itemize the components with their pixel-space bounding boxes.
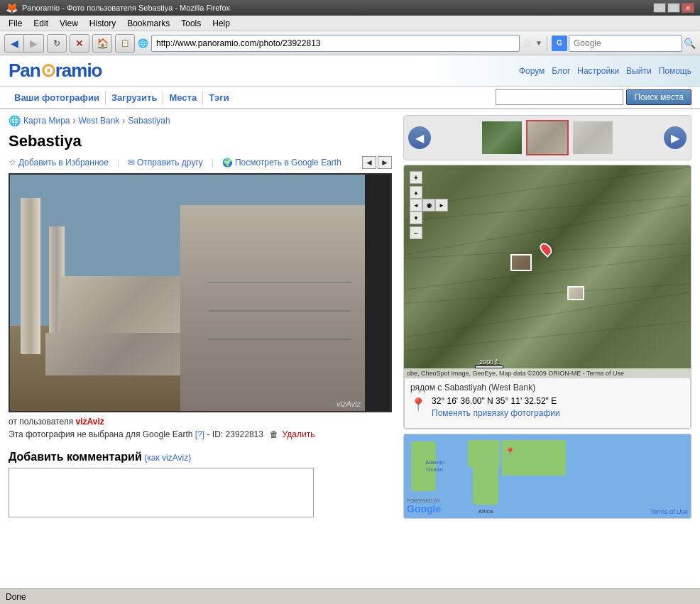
- maximize-button[interactable]: □: [667, 3, 680, 13]
- search-submit-icon[interactable]: 🔍: [684, 38, 696, 49]
- right-column: ◀ ▶: [403, 115, 691, 583]
- menu-edit[interactable]: Edit: [28, 17, 54, 30]
- next-thumb-button[interactable]: ▶: [664, 126, 687, 149]
- africa-label: Africa: [473, 508, 498, 515]
- add-tab-button[interactable]: 📋: [115, 34, 135, 53]
- minimize-button[interactable]: −: [653, 3, 666, 13]
- reload-button[interactable]: ↻: [47, 34, 67, 53]
- mini-world-map[interactable]: Europe Africa Atlantic Ocean 📍 POWERED B…: [403, 434, 691, 519]
- photo-info: Эта фотография не выбрана для Google Ear…: [9, 429, 392, 439]
- breadcrumb-sep-1: ›: [73, 116, 76, 126]
- mini-map-terms[interactable]: Terms of Use: [650, 508, 688, 515]
- google-earth-info-link[interactable]: [?]: [195, 429, 204, 439]
- my-photos-link[interactable]: Ваши фотографии: [9, 91, 106, 104]
- help-link[interactable]: Помощь: [659, 66, 691, 76]
- breadcrumb-world[interactable]: Карта Мира: [23, 116, 70, 126]
- ruins-wall-line-3: [209, 339, 351, 340]
- thumbnail-list: [434, 120, 661, 155]
- action-sep-1: |: [117, 158, 119, 168]
- photo-credit-overlay: vizAviz: [337, 400, 361, 408]
- ruins-wall: [180, 205, 365, 411]
- place-search-button[interactable]: Поиск места: [626, 89, 691, 105]
- change-coords-link[interactable]: Поменять привязку фотографии: [432, 408, 560, 418]
- trash-icon: 🗑: [270, 429, 278, 439]
- ruins-block-2: [45, 333, 202, 375]
- next-photo-button[interactable]: ►: [378, 156, 392, 169]
- satellite-map[interactable]: + ▲ ◄ ◉ ► ▼ −: [404, 165, 691, 378]
- menu-history[interactable]: History: [84, 17, 121, 30]
- google-earth-link[interactable]: 🌍 Посмотреть в Google Earth: [222, 158, 341, 168]
- upload-link[interactable]: Загрузить: [106, 91, 163, 104]
- home-button[interactable]: 🏠: [92, 34, 112, 53]
- place-search-input[interactable]: [496, 89, 623, 105]
- send-to-friend-link[interactable]: ✉ Отправить другу: [128, 158, 203, 168]
- satellite-map-container: + ▲ ◄ ◉ ► ▼ −: [403, 165, 691, 429]
- close-button[interactable]: ✕: [682, 3, 694, 13]
- dropdown-icon[interactable]: ▼: [535, 39, 542, 47]
- map-pan-center[interactable]: ◉: [422, 199, 435, 212]
- map-pan-right[interactable]: ►: [435, 199, 448, 212]
- settings-link[interactable]: Настройки: [577, 66, 619, 76]
- logout-link[interactable]: Выйти: [626, 66, 652, 76]
- status-bar: Done: [0, 588, 700, 604]
- thumbnail-2[interactable]: [526, 120, 569, 155]
- map-pan-down[interactable]: ▼: [410, 212, 422, 224]
- address-bar[interactable]: [151, 35, 520, 52]
- map-controls: + ▲ ◄ ◉ ► ▼ −: [410, 171, 448, 239]
- blog-link[interactable]: Блог: [552, 66, 570, 76]
- atlantic-label: Atlantic Ocean: [425, 459, 444, 474]
- menu-tools[interactable]: Tools: [175, 17, 207, 30]
- thumbnail-3[interactable]: [572, 120, 614, 155]
- map-zoom-out-button[interactable]: −: [410, 226, 422, 239]
- forward-button[interactable]: ▶: [24, 34, 44, 53]
- breadcrumb-westbank[interactable]: West Bank: [79, 116, 120, 126]
- comment-section: Добавить комментарий (как vizAviz): [9, 451, 392, 520]
- top-nav-links: Форум Блог Настройки Выйти Помощь: [519, 66, 691, 76]
- lock-icon: 🌐: [138, 38, 148, 48]
- map-scale: 2900 ft: [475, 358, 503, 368]
- comment-input[interactable]: [9, 468, 314, 517]
- ruins-wall-line-1: [209, 282, 351, 283]
- comment-subtitle: (как vizAviz): [144, 453, 191, 463]
- menu-view[interactable]: View: [54, 17, 84, 30]
- envelope-icon: ✉: [128, 158, 135, 168]
- map-pan-left[interactable]: ◄: [410, 199, 422, 212]
- location-info: рядом с Sabastiyah (West Bank) 📍 32° 16'…: [404, 378, 691, 429]
- globe-icon: 🌐: [9, 115, 21, 126]
- bookmark-star-icon[interactable]: ☆: [523, 36, 532, 50]
- powered-by-text: POWERED BY: [407, 498, 441, 503]
- tags-link[interactable]: Тэги: [203, 91, 235, 104]
- toolbar: ◀ ▶ ↻ ✕ 🏠 📋 🌐 ☆ ▼ G 🔍: [0, 31, 700, 55]
- ruins-wall-line-2: [209, 310, 351, 312]
- prev-thumb-button[interactable]: ◀: [408, 126, 431, 149]
- mini-map-marker-icon: 📍: [505, 447, 515, 457]
- comment-title: Добавить комментарий: [9, 451, 142, 463]
- author-link[interactable]: vizAviz: [76, 417, 104, 427]
- menu-help[interactable]: Help: [207, 17, 236, 30]
- prev-photo-button[interactable]: ◄: [362, 156, 376, 169]
- thumbnail-1[interactable]: [481, 120, 523, 155]
- map-photo-thumb-2[interactable]: [567, 286, 584, 300]
- powered-by: POWERED BY Google: [407, 498, 441, 515]
- map-photo-thumb-1[interactable]: [510, 254, 532, 271]
- site-header: Pan⊙ramio Форум Блог Настройки Выйти Пом…: [0, 55, 700, 87]
- firefox-icon: 🦊: [6, 2, 18, 13]
- ruins-column-1: [21, 198, 40, 354]
- breadcrumb-sabastiyah[interactable]: Sabastiyah: [128, 116, 170, 126]
- photo-attribution: от пользователя vizAviz: [9, 417, 392, 427]
- comment-as-link[interactable]: (как vizAviz): [144, 453, 191, 463]
- back-button[interactable]: ◀: [4, 34, 24, 53]
- mini-map-asia: [502, 440, 566, 476]
- map-zoom-in-button[interactable]: +: [410, 171, 422, 184]
- coords-value: 32° 16' 36.00" N 35° 11' 32.52" E: [432, 395, 560, 407]
- thumbnail-strip: ◀ ▶: [403, 115, 691, 160]
- map-pan-up[interactable]: ▲: [410, 186, 422, 199]
- delete-link[interactable]: Удалить: [283, 429, 315, 439]
- places-link[interactable]: Места: [163, 91, 203, 104]
- menu-bookmarks[interactable]: Bookmarks: [121, 17, 175, 30]
- stop-button[interactable]: ✕: [70, 34, 89, 53]
- forum-link[interactable]: Форум: [519, 66, 545, 76]
- menu-file[interactable]: File: [3, 17, 28, 30]
- search-input[interactable]: [569, 35, 682, 52]
- add-favorite-link[interactable]: ☆ Добавить в Избранное: [9, 158, 109, 168]
